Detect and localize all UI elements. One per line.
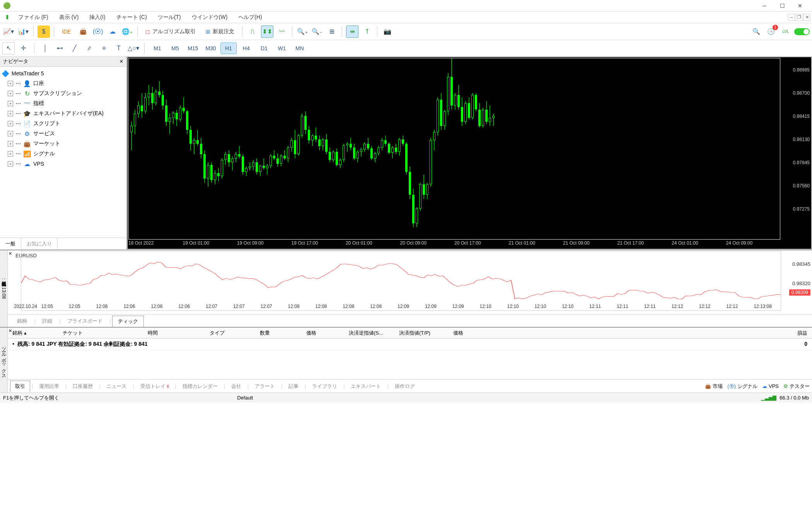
expand-icon[interactable]: + [8, 111, 13, 116]
tree-item-0[interactable]: +⋯👤口座 [0, 78, 126, 88]
tree-item-6[interactable]: +⋯👜マーケット [0, 139, 126, 149]
search-icon[interactable]: 🔍 [750, 26, 763, 38]
fibo-button[interactable]: ≡ [98, 42, 110, 54]
col-header-2[interactable]: 時間 [143, 330, 205, 337]
autotrade-switch[interactable] [794, 28, 810, 35]
col-header-0[interactable]: 銘柄 ▴ [8, 330, 58, 337]
tree-item-3[interactable]: +⋯🎓エキスパートアドバイザ(EA) [0, 109, 126, 119]
expand-icon[interactable]: + [8, 101, 13, 106]
ide-button[interactable]: IDE [58, 26, 75, 38]
tb-tab-4[interactable]: 受信トレイ 8 [136, 381, 174, 392]
timeframe-W1[interactable]: W1 [274, 42, 290, 54]
col-header-9[interactable]: 損益 [793, 330, 812, 337]
tree-item-4[interactable]: +⋯📄スクリプト [0, 119, 126, 129]
expand-icon[interactable]: + [8, 121, 13, 126]
toolbox-close-button[interactable]: ✕ [9, 328, 12, 333]
col-header-6[interactable]: 決済逆指値(S... [344, 330, 394, 337]
dollar-button[interactable]: $ [38, 26, 50, 38]
tree-item-1[interactable]: +⋯↻サブスクリプション [0, 88, 126, 99]
expand-icon[interactable]: + [8, 161, 13, 167]
mw-tab-0[interactable]: 銘柄 [12, 316, 32, 326]
status-connection[interactable]: 66.3 / 0.0 Mb [780, 395, 809, 401]
tree-item-5[interactable]: +⋯⚙サービス [0, 129, 126, 139]
tree-item-2[interactable]: +⋯〰指標 [0, 99, 126, 109]
window-maximize-button[interactable]: ☐ [773, 0, 791, 12]
zoom-out-button[interactable]: 🔍₋ [311, 26, 323, 38]
candle-chart-button[interactable]: ⬍⬍ [261, 26, 273, 38]
vps-cloud-icon[interactable]: ☁ [106, 26, 119, 38]
tb-tab-10[interactable]: エキスパート [346, 381, 386, 392]
timeframe-H1[interactable]: H1 [220, 42, 237, 54]
hline-button[interactable]: ⊷ [54, 42, 66, 54]
tree-root[interactable]: 🔷 MetaTrader 5 [0, 68, 126, 78]
col-header-1[interactable]: チケット [58, 330, 143, 337]
tree-item-7[interactable]: +⋯📶シグナル [0, 149, 126, 159]
globe-plus-icon[interactable]: 🌐₊ [121, 26, 133, 38]
market-icon[interactable]: 👜 [77, 26, 89, 38]
tb-tab-2[interactable]: 口座履歴 [68, 381, 97, 392]
level-icon[interactable]: LVL [780, 26, 792, 38]
chart-area[interactable]: 0.989850.987000.984150.981300.978450.975… [127, 56, 812, 250]
line-type-dropdown[interactable]: 📈▾ [2, 26, 15, 38]
col-header-8[interactable]: 価格 [449, 330, 549, 337]
expand-icon[interactable]: + [8, 81, 13, 86]
crosshair-button[interactable]: ✛ [17, 42, 29, 54]
timeframe-M5[interactable]: M5 [167, 42, 183, 54]
mw-tab-1[interactable]: 詳細 [37, 316, 58, 326]
line-chart-button[interactable]: 〰 [276, 26, 288, 38]
mw-tab-3[interactable]: ティック [112, 316, 144, 327]
tick-chart[interactable] [21, 251, 781, 311]
mdi-minimize-button[interactable]: ─ [788, 14, 795, 21]
expand-icon[interactable]: + [8, 141, 13, 146]
mdi-close-button[interactable]: ✕ [803, 14, 810, 21]
navigator-close-button[interactable]: ✕ [119, 59, 123, 64]
col-header-4[interactable]: 数量 [255, 330, 302, 337]
menu-file[interactable]: ファイル (F) [13, 12, 54, 22]
new-order-button[interactable]: ⊞新規注文 [202, 26, 238, 38]
tester-link[interactable]: ⚙ テスター [783, 383, 810, 390]
shift-button[interactable]: ⤒ [361, 26, 373, 38]
camera-icon[interactable]: 📷 [381, 26, 394, 38]
col-header-3[interactable]: タイプ [205, 330, 255, 337]
timeframe-MN[interactable]: MN [292, 42, 308, 54]
cursor-button[interactable]: ↖ [2, 42, 15, 54]
tb-tab-8[interactable]: 記事 [284, 381, 303, 392]
tb-tab-9[interactable]: ライブラリ [307, 381, 342, 392]
tab-general[interactable]: 一般 [0, 238, 21, 250]
status-profile[interactable]: Default [237, 395, 253, 401]
tb-tab-5[interactable]: 指標カレンダー [178, 381, 222, 392]
vline-button[interactable]: │ [39, 42, 51, 54]
mw-tab-2[interactable]: プライスボード [62, 316, 108, 326]
col-header-5[interactable]: 価格 [302, 330, 344, 337]
signals-icon[interactable]: (⦿) [92, 26, 104, 38]
menu-view[interactable]: 表示 (V) [54, 12, 84, 22]
menu-tool[interactable]: ツール(T) [152, 12, 186, 22]
timeframe-D1[interactable]: D1 [256, 42, 272, 54]
tb-tab-0[interactable]: 取引 [10, 381, 30, 392]
expand-icon[interactable]: + [8, 91, 13, 96]
window-minimize-button[interactable]: ─ [756, 0, 773, 12]
tb-tab-11[interactable]: 操作ログ [390, 381, 420, 392]
market-link[interactable]: 👜 市場 [705, 383, 723, 390]
mdi-restore-button[interactable]: ❐ [796, 14, 803, 21]
trendline-button[interactable]: ╱ [68, 42, 81, 54]
toolbox-column-headers[interactable]: 銘柄 ▴チケット時間タイプ数量価格決済逆指値(S...決済指値(T/P)価格損益 [8, 328, 812, 338]
menu-chart[interactable]: チャート (C) [111, 12, 152, 22]
tab-favorites[interactable]: お気に入り [21, 238, 58, 250]
window-close-button[interactable]: ✕ [791, 0, 809, 12]
tb-tab-1[interactable]: 運用比率 [34, 381, 64, 392]
timeframe-H4[interactable]: H4 [238, 42, 254, 54]
menu-help[interactable]: ヘルプ(H) [233, 12, 267, 22]
bar-chart-button[interactable]: ⎍ [246, 26, 259, 38]
vps-link[interactable]: ☁ VPS [762, 383, 779, 389]
equidistant-button[interactable]: ⫽ [83, 42, 96, 54]
timeframe-M1[interactable]: M1 [149, 42, 165, 54]
tb-tab-6[interactable]: 会社 [227, 381, 246, 392]
expand-icon[interactable]: + [8, 131, 13, 136]
tb-tab-3[interactable]: ニュース [102, 381, 131, 392]
menu-window[interactable]: ウインドウ(W) [186, 12, 233, 22]
tile-button[interactable]: ⊞ [326, 26, 338, 38]
chart-type-dropdown[interactable]: 📊▾ [17, 26, 29, 38]
shapes-dropdown[interactable]: △○▾ [127, 42, 140, 54]
notifications-icon[interactable]: 🕓1 [765, 26, 777, 38]
